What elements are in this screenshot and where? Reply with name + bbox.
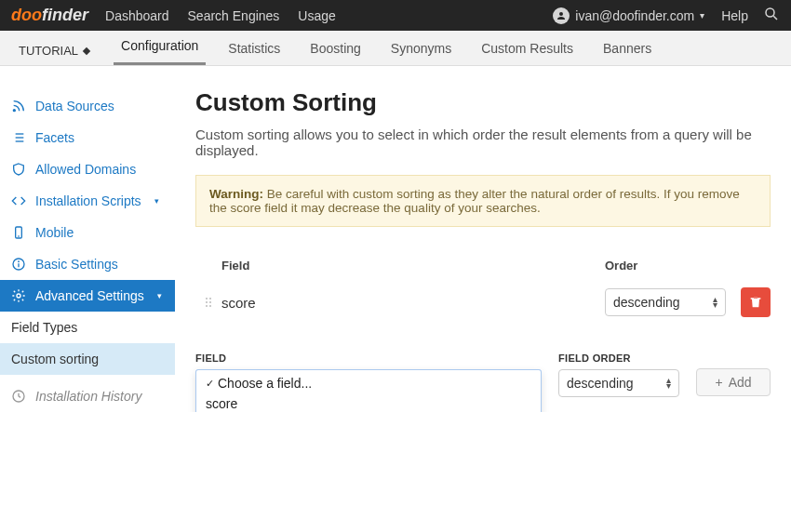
order-label: FIELD ORDER (558, 352, 679, 364)
nav-usage[interactable]: Usage (298, 8, 335, 23)
sidebar-installation-scripts[interactable]: Installation Scripts ▾ (0, 185, 175, 217)
page-title: Custom Sorting (195, 88, 771, 117)
sidebar-installation-history[interactable]: Installation History (0, 380, 175, 412)
user-icon (553, 7, 570, 24)
svg-line-1 (773, 16, 777, 20)
col-field-header: Field (218, 259, 605, 273)
sidebar-item-label: Basic Settings (35, 257, 118, 272)
warning-label: Warning: (209, 187, 263, 201)
sidebar-basic-settings[interactable]: Basic Settings (0, 248, 175, 280)
mobile-icon (11, 225, 26, 240)
top-navbar: doofinder Dashboard Search Engines Usage… (0, 0, 791, 31)
tab-banners[interactable]: Banners (596, 32, 659, 65)
delete-row-button[interactable] (741, 287, 771, 317)
sort-table-header: Field Order (195, 251, 771, 280)
row-order-value: descending (613, 295, 680, 310)
help-link[interactable]: Help (721, 8, 748, 23)
warning-box: Warning: Be careful with custom sorting … (195, 175, 771, 227)
dropdown-option-score[interactable]: score (196, 393, 541, 412)
main-content: Custom Sorting Custom sorting allows you… (175, 66, 791, 412)
sidebar-item-label: Data Sources (35, 99, 114, 113)
diamond-icon (83, 47, 90, 54)
clock-icon (11, 389, 26, 404)
user-email: ivan@doofinder.com (575, 8, 694, 23)
brand-part-finder: finder (42, 6, 88, 24)
sidebar-item-label: Facets (35, 130, 74, 145)
tab-statistics[interactable]: Statistics (221, 32, 288, 65)
sidebar-data-sources[interactable]: Data Sources (0, 90, 175, 122)
list-icon (11, 130, 26, 145)
order-value: descending (567, 376, 634, 391)
sidebar-sub-custom-sorting[interactable]: Custom sorting (0, 343, 175, 375)
sort-row: score descending ▴▾ (195, 280, 771, 325)
code-icon (11, 193, 26, 208)
sidebar-item-label: Mobile (35, 225, 74, 240)
sidebar-mobile[interactable]: Mobile (0, 217, 175, 248)
page-intro: Custom sorting allows you to select in w… (195, 126, 771, 158)
search-icon[interactable] (763, 6, 780, 25)
sidebar-item-label: Installation Scripts (35, 193, 141, 208)
row-order-select[interactable]: descending ▴▾ (605, 288, 726, 316)
nav-search-engines[interactable]: Search Engines (188, 8, 280, 23)
field-label: FIELD (195, 352, 542, 364)
add-button[interactable]: + Add (696, 368, 771, 396)
drag-handle[interactable] (195, 298, 218, 307)
brand-logo[interactable]: doofinder (11, 6, 88, 25)
info-icon (11, 257, 26, 272)
dropdown-placeholder[interactable]: Choose a field... (196, 373, 541, 393)
chevron-down-icon: ▾ (157, 291, 162, 300)
svg-point-2 (13, 110, 15, 112)
sidebar-item-label: Custom sorting (11, 352, 99, 366)
sidebar-facets[interactable]: Facets (0, 122, 175, 153)
nav-dashboard[interactable]: Dashboard (105, 8, 169, 23)
trash-icon (748, 295, 763, 310)
sidebar-item-label: Advanced Settings (35, 288, 144, 303)
row-field-value: score (218, 295, 605, 311)
add-sort-form: FIELD Choose a field... score age_group … (195, 352, 771, 397)
secondary-navbar: TUTORIAL Configuration Statistics Boosti… (0, 31, 791, 66)
tab-synonyms[interactable]: Synonyms (383, 32, 459, 65)
select-arrows-icon: ▴▾ (666, 378, 671, 389)
tab-configuration[interactable]: Configuration (114, 29, 206, 65)
warning-text: Be careful with custom sorting as they a… (209, 187, 740, 215)
field-dropdown[interactable]: Choose a field... score age_group availa… (195, 369, 542, 397)
tab-custom-results[interactable]: Custom Results (474, 32, 581, 65)
chevron-down-icon: ▾ (154, 196, 159, 206)
svg-point-13 (19, 261, 20, 262)
sidebar-allowed-domains[interactable]: Allowed Domains (0, 153, 175, 185)
sidebar: Data Sources Facets Allowed Domains Inst… (0, 66, 175, 412)
user-menu[interactable]: ivan@doofinder.com ▾ (553, 7, 704, 24)
svg-point-0 (766, 8, 774, 17)
svg-point-14 (17, 294, 20, 298)
tab-boosting[interactable]: Boosting (302, 32, 368, 65)
rss-icon (11, 99, 26, 113)
engine-name: TUTORIAL (19, 44, 78, 58)
sidebar-item-label: Field Types (11, 320, 77, 335)
gear-icon (11, 288, 26, 303)
chevron-down-icon: ▾ (700, 10, 704, 20)
sidebar-advanced-settings[interactable]: Advanced Settings ▾ (0, 280, 175, 312)
shield-icon (11, 162, 26, 177)
brand-part-doo: doo (11, 6, 42, 24)
engine-selector[interactable]: TUTORIAL (11, 36, 97, 65)
add-button-label: Add (729, 375, 752, 390)
plus-icon: + (715, 375, 722, 390)
sidebar-sub-field-types[interactable]: Field Types (0, 312, 175, 343)
select-arrows-icon: ▴▾ (713, 297, 717, 308)
field-dropdown-list: Choose a field... score age_group availa… (195, 369, 542, 412)
col-order-header: Order (605, 259, 726, 273)
sidebar-item-label: Installation History (35, 389, 141, 404)
order-select[interactable]: descending ▴▾ (558, 369, 679, 397)
sidebar-item-label: Allowed Domains (35, 162, 136, 177)
